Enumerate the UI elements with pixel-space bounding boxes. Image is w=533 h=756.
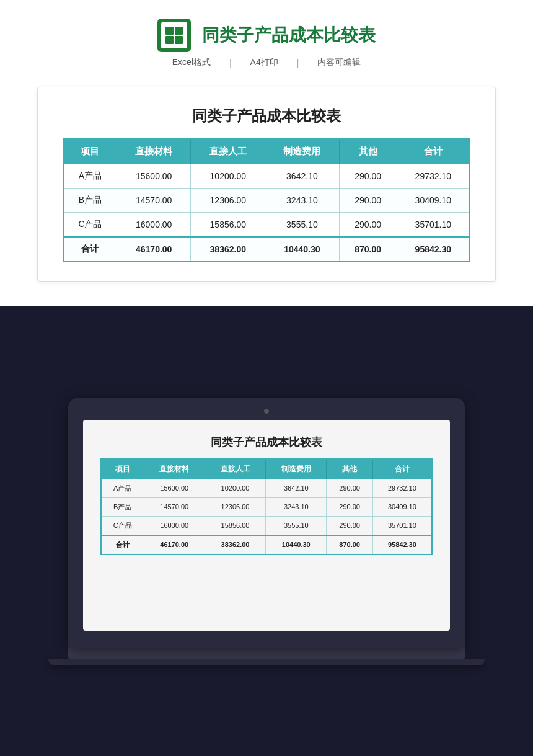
- top-table-card: 同类子产品成本比较表 项目 直接材料 直接人工 制造费用 其他 合计 A产品15…: [37, 87, 496, 282]
- laptop-table-cell-3-5: 95842.30: [372, 535, 432, 554]
- table-header-row: 项目 直接材料 直接人工 制造费用 其他 合计: [63, 139, 470, 164]
- laptop-col-header-4: 其他: [327, 459, 372, 479]
- laptop-foot: [48, 659, 485, 665]
- table-cell-2-1: 16000.00: [117, 213, 191, 238]
- excel-icon: [157, 19, 191, 52]
- laptop-table-cell-2-4: 290.00: [327, 516, 372, 535]
- laptop-table-cell-1-1: 14570.00: [144, 497, 205, 516]
- subtitle-print: A4打印: [244, 57, 284, 68]
- table-cell-1-2: 12306.00: [191, 189, 265, 213]
- laptop-col-header-2: 直接人工: [205, 459, 265, 479]
- header-row: 同类子产品成本比较表: [157, 19, 376, 52]
- bottom-section: 同类子产品成本比较表 项目 直接材料 直接人工 制造费用 其他 合计 A产品: [0, 306, 533, 756]
- table-cell-2-5: 35701.10: [397, 213, 470, 238]
- sep1: |: [229, 58, 232, 68]
- laptop-table-cell-1-4: 290.00: [327, 497, 372, 516]
- page-title: 同类子产品成本比较表: [202, 24, 376, 47]
- table-cell-2-2: 15856.00: [191, 213, 265, 238]
- laptop-table-cell-3-2: 38362.00: [205, 535, 265, 554]
- col-header-4: 其他: [339, 139, 397, 164]
- table-cell-3-2: 38362.00: [191, 237, 265, 262]
- table-cell-3-0: 合计: [63, 237, 117, 262]
- table-cell-1-5: 30409.10: [397, 189, 470, 213]
- table-cell-3-5: 95842.30: [397, 237, 470, 262]
- table-row: B产品14570.0012306.003243.10290.0030409.10: [63, 189, 470, 213]
- table-cell-2-4: 290.00: [339, 213, 397, 238]
- laptop-table-cell-2-2: 15856.00: [205, 516, 265, 535]
- laptop-table-cell-0-0: A产品: [101, 479, 144, 497]
- col-header-0: 项目: [63, 139, 117, 164]
- table-cell-1-3: 3243.10: [265, 189, 340, 213]
- laptop-table-cell-1-5: 30409.10: [372, 497, 432, 516]
- laptop-table-header-row: 项目 直接材料 直接人工 制造费用 其他 合计: [101, 459, 432, 479]
- laptop-table-cell-3-1: 46170.00: [144, 535, 205, 554]
- col-header-3: 制造费用: [265, 139, 340, 164]
- laptop-table-row: C产品16000.0015856.003555.10290.0035701.10: [101, 516, 432, 535]
- laptop-table-cell-0-5: 29732.10: [372, 479, 432, 497]
- laptop-table-cell-2-1: 16000.00: [144, 516, 205, 535]
- laptop-table-cell-3-4: 870.00: [327, 535, 372, 554]
- laptop-table-cell-0-1: 15600.00: [144, 479, 205, 497]
- top-table-title: 同类子产品成本比较表: [63, 106, 470, 126]
- table-cell-0-2: 10200.00: [191, 164, 265, 189]
- laptop-table-cell-1-3: 3243.10: [266, 497, 327, 516]
- table-cell-2-3: 3555.10: [265, 213, 340, 238]
- table-cell-0-1: 15600.00: [117, 164, 191, 189]
- laptop-table-title: 同类子产品成本比较表: [100, 435, 433, 450]
- table-cell-1-4: 290.00: [339, 189, 397, 213]
- laptop-col-header-1: 直接材料: [144, 459, 205, 479]
- laptop-col-header-0: 项目: [101, 459, 144, 479]
- table-row: C产品16000.0015856.003555.10290.0035701.10: [63, 213, 470, 238]
- laptop-table-cell-1-2: 12306.00: [205, 497, 265, 516]
- col-header-2: 直接人工: [191, 139, 265, 164]
- laptop-table-cell-2-0: C产品: [101, 516, 144, 535]
- laptop-wrapper: 同类子产品成本比较表 项目 直接材料 直接人工 制造费用 其他 合计 A产品: [68, 398, 465, 665]
- table-cell-3-4: 870.00: [339, 237, 397, 262]
- table-cell-2-0: C产品: [63, 213, 117, 238]
- table-row: 合计46170.0038362.0010440.30870.0095842.30: [63, 237, 470, 262]
- table-cell-0-3: 3642.10: [265, 164, 340, 189]
- laptop-table-cell-3-0: 合计: [101, 535, 144, 554]
- laptop-table-row: 合计46170.0038362.0010440.30870.0095842.30: [101, 535, 432, 554]
- sep2: |: [297, 58, 299, 68]
- table-cell-0-4: 290.00: [339, 164, 397, 189]
- laptop-col-header-3: 制造费用: [266, 459, 327, 479]
- laptop-screen-frame: 同类子产品成本比较表 项目 直接材料 直接人工 制造费用 其他 合计 A产品: [68, 398, 465, 648]
- laptop-col-header-5: 合计: [372, 459, 432, 479]
- laptop-camera: [264, 409, 269, 414]
- laptop-base: [68, 648, 465, 659]
- table-cell-0-5: 29732.10: [397, 164, 470, 189]
- laptop-table-cell-1-0: B产品: [101, 497, 144, 516]
- col-header-1: 直接材料: [117, 139, 191, 164]
- laptop-table-row: B产品14570.0012306.003243.10290.0030409.10: [101, 497, 432, 516]
- laptop-cost-table: 项目 直接材料 直接人工 制造费用 其他 合计 A产品15600.0010200…: [100, 458, 433, 555]
- laptop-table-cell-0-2: 10200.00: [205, 479, 265, 497]
- laptop-table-cell-0-3: 3642.10: [266, 479, 327, 497]
- laptop-table-cell-3-3: 10440.30: [266, 535, 327, 554]
- table-cell-3-1: 46170.00: [117, 237, 191, 262]
- table-cell-1-0: B产品: [63, 189, 117, 213]
- laptop-table-cell-0-4: 290.00: [327, 479, 372, 497]
- table-cell-3-3: 10440.30: [265, 237, 340, 262]
- subtitle-excel: Excel格式: [166, 57, 217, 68]
- laptop-table-cell-2-3: 3555.10: [266, 516, 327, 535]
- col-header-5: 合计: [397, 139, 470, 164]
- table-cell-0-0: A产品: [63, 164, 117, 189]
- table-cell-1-1: 14570.00: [117, 189, 191, 213]
- top-section: 同类子产品成本比较表 Excel格式 | A4打印 | 内容可编辑 同类子产品成…: [0, 0, 533, 306]
- subtitle-edit: 内容可编辑: [311, 57, 367, 68]
- laptop-table-cell-2-5: 35701.10: [372, 516, 432, 535]
- laptop-table-row: A产品15600.0010200.003642.10290.0029732.10: [101, 479, 432, 497]
- laptop-screen: 同类子产品成本比较表 项目 直接材料 直接人工 制造费用 其他 合计 A产品: [83, 420, 450, 631]
- table-row: A产品15600.0010200.003642.10290.0029732.10: [63, 164, 470, 189]
- top-cost-table: 项目 直接材料 直接人工 制造费用 其他 合计 A产品15600.0010200…: [63, 138, 470, 262]
- subtitle-row: Excel格式 | A4打印 | 内容可编辑: [166, 57, 368, 68]
